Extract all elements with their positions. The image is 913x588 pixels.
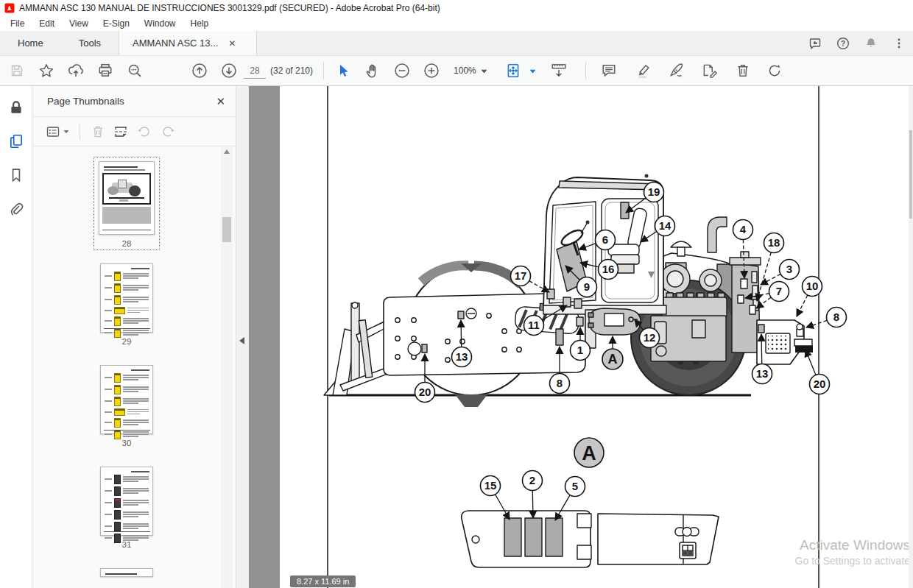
thumbnail-list: 28293031	[32, 146, 221, 588]
bookmark-icon	[8, 167, 24, 183]
notifications-button[interactable]	[860, 34, 882, 53]
svg-text:13: 13	[756, 367, 769, 380]
star-button[interactable]	[34, 60, 59, 82]
fill-sign-button[interactable]	[664, 60, 689, 82]
page-number-input[interactable]	[244, 63, 266, 79]
hand-tool-button[interactable]	[360, 60, 385, 82]
panel-scrollbar[interactable]	[221, 146, 233, 588]
fit-page-button[interactable]	[501, 60, 526, 82]
page-size-tooltip: 8.27 x 11.69 in	[290, 575, 356, 587]
toolbar-separator-2	[585, 62, 586, 79]
rotate-pages-button[interactable]	[762, 60, 787, 82]
tab-ammann-asc-13-[interactable]: AMMANN ASC 13...✕	[119, 31, 257, 55]
print-icon	[97, 63, 113, 79]
menu-item-e-sign[interactable]: E-Sign	[96, 18, 137, 29]
search-button[interactable]	[122, 60, 147, 82]
share-cloud-icon	[68, 63, 84, 79]
pdf-page[interactable]: 191461691711181320A12418371081320A1525 8…	[280, 86, 913, 588]
zoom-out-button[interactable]	[389, 60, 415, 82]
edit-pages-button[interactable]	[697, 60, 722, 82]
fit-page-icon	[505, 63, 521, 79]
machine-diagram: 191461691711181320A12418371081320A1525	[280, 86, 913, 588]
thumbnail-page-30[interactable]	[100, 365, 153, 434]
insert-pages-button[interactable]	[113, 124, 129, 139]
svg-text:18: 18	[768, 236, 780, 249]
document-scrollbar-thumb[interactable]	[909, 130, 912, 219]
insert-pages-icon	[113, 124, 129, 139]
menu-item-file[interactable]: File	[3, 18, 32, 29]
panel-close-button[interactable]: ✕	[216, 95, 225, 108]
attachments-rail-button[interactable]	[8, 201, 24, 217]
scroll-up-arrow[interactable]	[224, 149, 230, 154]
help-button[interactable]: ?	[832, 34, 854, 53]
thumbnail-page-number: 30	[122, 439, 132, 447]
fit-page-caret[interactable]	[529, 69, 536, 74]
comment-button[interactable]	[596, 60, 621, 82]
left-rail	[0, 86, 32, 588]
menu-item-window[interactable]: Window	[137, 18, 183, 29]
next-page-button[interactable]	[216, 60, 242, 82]
zoom-level-label[interactable]: 100%	[454, 65, 476, 76]
fill-sign-icon	[668, 63, 685, 79]
document-scrollbar[interactable]	[909, 86, 913, 588]
page-up-icon	[191, 62, 208, 79]
hand-icon	[364, 63, 381, 79]
zoom-out-icon	[393, 62, 411, 79]
thumbnail-item-30[interactable]: 30	[100, 365, 153, 447]
panel-delete-button[interactable]	[91, 124, 105, 139]
acrobat-window: AMMANN ASC 130 MANUAL DE INSTRUCCIONES 3…	[0, 0, 913, 588]
highlight-button[interactable]	[631, 60, 656, 82]
tab-tools[interactable]: Tools	[61, 31, 119, 55]
bookmarks-rail-button[interactable]	[8, 167, 24, 183]
highlighter-icon	[635, 63, 652, 79]
svg-text:3: 3	[786, 263, 792, 275]
svg-text:1: 1	[577, 344, 583, 356]
tab-label: Home	[18, 38, 43, 49]
menu-item-view[interactable]: View	[62, 18, 96, 29]
svg-text:2: 2	[529, 474, 535, 486]
tab-bar: HomeToolsAMMANN ASC 13...✕ ?	[0, 31, 913, 56]
secured-lock-icon[interactable]	[8, 99, 24, 116]
collapse-panel-arrow-icon[interactable]	[239, 337, 244, 344]
document-area: 191461691711181320A12418371081320A1525 8…	[249, 86, 913, 588]
menu-item-help[interactable]: Help	[183, 18, 216, 29]
feedback-button[interactable]	[804, 34, 826, 53]
menu-item-edit[interactable]: Edit	[32, 18, 62, 29]
delete-pages-button[interactable]	[730, 60, 755, 82]
thumbnail-item-29[interactable]: 29	[100, 263, 153, 346]
svg-text:7: 7	[776, 285, 782, 297]
options-caret-icon	[63, 130, 69, 134]
tab-strip: HomeToolsAMMANN ASC 13...✕	[0, 31, 257, 55]
tabbar-actions: ?	[804, 31, 913, 55]
fit-width-icon	[550, 63, 568, 79]
thumbnail-page-31[interactable]	[100, 467, 153, 536]
thumbnail-item-31[interactable]: 31	[100, 467, 153, 549]
print-button[interactable]	[93, 60, 118, 82]
tab-home[interactable]: Home	[0, 31, 61, 55]
thumbnail-options-button[interactable]	[46, 124, 69, 139]
panel-trash-icon	[91, 124, 105, 139]
thumbnail-page-28[interactable]	[99, 161, 155, 235]
select-tool-button[interactable]	[331, 60, 356, 82]
share-button[interactable]	[63, 60, 88, 82]
pages-icon	[8, 133, 24, 149]
zoom-in-button[interactable]	[419, 60, 444, 82]
previous-page-button[interactable]	[187, 60, 212, 82]
rotate-right-button[interactable]	[160, 124, 176, 139]
svg-text:13: 13	[456, 350, 468, 363]
thumbnail-item-28[interactable]: 28	[94, 157, 160, 250]
more-options-button[interactable]	[888, 34, 910, 53]
thumbnail-page-32-partial[interactable]	[100, 568, 153, 577]
title-bar: AMMANN ASC 130 MANUAL DE INSTRUCCIONES 3…	[0, 0, 913, 16]
zoom-dropdown-caret[interactable]	[481, 69, 487, 74]
acrobat-pdf-icon	[4, 3, 15, 13]
panel-scrollbar-thumb[interactable]	[222, 217, 231, 242]
save-button[interactable]	[4, 60, 29, 82]
tab-close-icon[interactable]: ✕	[228, 38, 236, 49]
svg-text:20: 20	[419, 386, 431, 398]
svg-text:20: 20	[814, 378, 826, 390]
page-thumbnails-rail-button[interactable]	[8, 133, 24, 149]
thumbnail-page-29[interactable]	[100, 263, 153, 333]
fit-width-button[interactable]	[546, 60, 571, 82]
rotate-left-button[interactable]	[136, 124, 152, 139]
